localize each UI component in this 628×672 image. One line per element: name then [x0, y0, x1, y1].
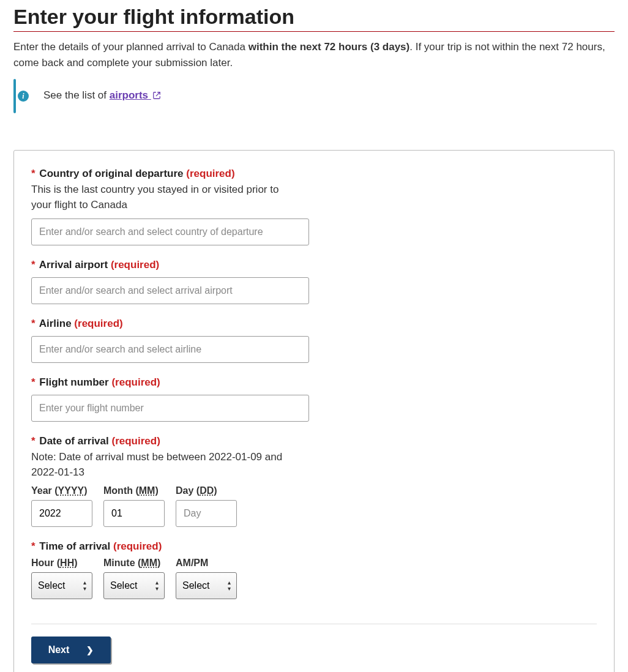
country-label-text: Country of original departure — [39, 168, 183, 179]
external-link-icon — [152, 91, 161, 103]
year-input[interactable] — [31, 500, 92, 527]
required-text: (required) — [113, 540, 162, 552]
flight-number-input[interactable] — [31, 395, 309, 422]
date-of-arrival-group: * Date of arrival (required) Note: Date … — [31, 435, 597, 526]
divider — [31, 624, 597, 624]
airline-label-text: Airline — [39, 318, 72, 329]
required-star: * — [31, 376, 36, 388]
flight-number-group: * Flight number (required) — [31, 376, 597, 422]
required-star: * — [31, 435, 36, 447]
flight-form: * Country of original departure (require… — [13, 150, 615, 672]
date-row: Year (YYYY) Month (MM) Day (DD) — [31, 485, 597, 527]
day-label: Day (DD) — [176, 485, 237, 496]
info-icon: i — [18, 91, 29, 102]
minute-col: Minute (MM) Select ▴▾ — [103, 558, 165, 599]
arrival-airport-label: * Arrival airport (required) — [31, 259, 597, 271]
required-star: * — [31, 318, 36, 329]
required-text: (required) — [111, 435, 160, 447]
hour-col: Hour (HH) Select ▴▾ — [31, 558, 92, 599]
required-text: (required) — [111, 259, 159, 271]
country-help: This is the last country you stayed in o… — [31, 182, 301, 212]
hour-select[interactable]: Select — [31, 572, 92, 599]
day-input[interactable] — [176, 500, 237, 527]
info-accent-bar — [13, 79, 16, 113]
required-star: * — [31, 259, 36, 271]
required-text: (required) — [74, 318, 122, 329]
required-text: (required) — [111, 376, 160, 388]
info-prefix: See the list of — [43, 89, 110, 101]
required-star: * — [31, 168, 36, 179]
time-of-arrival-label: * Time of arrival (required) — [31, 540, 597, 553]
intro-text: Enter the details of your planned arriva… — [13, 39, 615, 70]
info-text: See the list of airports — [43, 89, 161, 103]
page-title: Enter your flight information — [13, 5, 615, 32]
airports-link-text: airports — [110, 89, 148, 101]
date-of-arrival-label-text: Date of arrival — [39, 435, 108, 447]
country-input[interactable] — [31, 218, 309, 245]
minute-select[interactable]: Select — [103, 572, 165, 599]
month-label: Month (MM) — [103, 485, 165, 496]
intro-pre: Enter the details of your planned arriva… — [13, 41, 249, 53]
ampm-label: AM/PM — [176, 558, 237, 569]
day-col: Day (DD) — [176, 485, 237, 527]
country-group: * Country of original departure (require… — [31, 168, 597, 245]
month-input[interactable] — [103, 500, 165, 527]
year-col: Year (YYYY) — [31, 485, 92, 527]
airline-label: * Airline (required) — [31, 318, 597, 330]
arrival-airport-label-text: Arrival airport — [39, 259, 108, 271]
flight-number-label-text: Flight number — [39, 376, 108, 388]
arrival-airport-input[interactable] — [31, 277, 309, 304]
minute-label: Minute (MM) — [103, 558, 165, 569]
next-button-label: Next — [48, 644, 70, 655]
time-of-arrival-label-text: Time of arrival — [39, 540, 110, 552]
required-text: (required) — [186, 168, 234, 179]
airline-input[interactable] — [31, 336, 309, 363]
month-col: Month (MM) — [103, 485, 165, 527]
airline-group: * Airline (required) — [31, 318, 597, 363]
info-callout: i See the list of airports — [13, 79, 615, 113]
intro-bold: within the next 72 hours (3 days) — [249, 41, 410, 53]
airports-link[interactable]: airports — [110, 89, 161, 101]
time-row: Hour (HH) Select ▴▾ Minute (MM) Select ▴… — [31, 558, 597, 599]
next-button[interactable]: Next ❯ — [31, 637, 111, 663]
hour-label: Hour (HH) — [31, 558, 92, 569]
ampm-select[interactable]: Select — [176, 572, 237, 599]
ampm-col: AM/PM Select ▴▾ — [176, 558, 237, 599]
flight-number-label: * Flight number (required) — [31, 376, 597, 389]
required-star: * — [31, 540, 36, 552]
date-of-arrival-note: Note: Date of arrival must be between 20… — [31, 450, 301, 480]
country-label: * Country of original departure (require… — [31, 168, 597, 180]
chevron-right-icon: ❯ — [86, 645, 94, 655]
time-of-arrival-group: * Time of arrival (required) Hour (HH) S… — [31, 540, 597, 599]
year-label: Year (YYYY) — [31, 485, 92, 496]
arrival-airport-group: * Arrival airport (required) — [31, 259, 597, 304]
date-of-arrival-label: * Date of arrival (required) — [31, 435, 597, 447]
